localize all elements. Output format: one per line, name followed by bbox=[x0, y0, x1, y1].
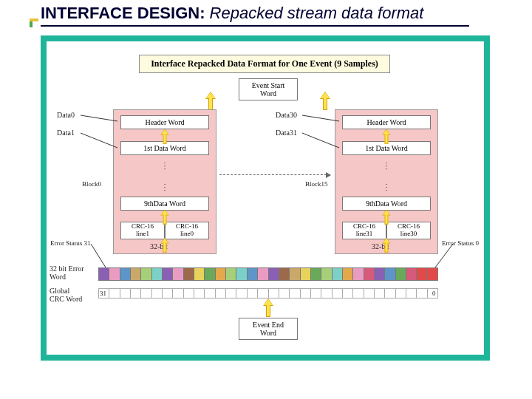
event-end-word-box: Event EndWord bbox=[239, 318, 298, 340]
diagram-subtitle: Interface Repacked Data Format for One E… bbox=[139, 55, 390, 73]
header-word-box: Header Word bbox=[342, 115, 431, 129]
block15-label: Block15 bbox=[305, 180, 328, 188]
title-italic: Repacked stream data format bbox=[210, 4, 424, 22]
title-underline bbox=[41, 25, 469, 27]
arrow-icon bbox=[160, 238, 168, 253]
vertical-ellipsis-icon: ··· bbox=[160, 183, 169, 192]
diagram-frame: Interface Repacked Data Format for One E… bbox=[41, 35, 490, 361]
data31-label: Data31 bbox=[276, 129, 297, 137]
title-bold: INTERFACE DESIGN: bbox=[41, 4, 205, 22]
crc-line30-box: CRC-16line30 bbox=[386, 222, 431, 239]
slide-accent bbox=[30, 18, 38, 27]
data0-label: Data0 bbox=[57, 111, 75, 119]
block0-label: Block0 bbox=[82, 180, 101, 188]
error-status-bar bbox=[98, 267, 438, 281]
dashed-arrow-icon bbox=[219, 174, 330, 175]
slide-title: INTERFACE DESIGN: Repacked stream data f… bbox=[41, 4, 423, 23]
ninth-data-word-box: 9thData Word bbox=[342, 197, 431, 211]
arrow-icon bbox=[160, 129, 168, 145]
svg-line-1 bbox=[81, 133, 117, 148]
arrow-icon bbox=[263, 299, 273, 318]
global-crc-bar bbox=[98, 288, 438, 299]
error-status-31-label: Error Status 31 bbox=[50, 239, 91, 247]
data1-label: Data1 bbox=[57, 129, 75, 137]
vertical-ellipsis-icon: ··· bbox=[382, 162, 391, 171]
arrow-icon bbox=[160, 210, 168, 225]
svg-line-0 bbox=[81, 115, 117, 121]
svg-line-3 bbox=[302, 133, 339, 148]
header-word-box: Header Word bbox=[120, 115, 209, 129]
bit-0-label: 0 bbox=[432, 290, 436, 297]
crc-line0-box: CRC-16line0 bbox=[165, 222, 209, 239]
error-status-0-label: Error Status 0 bbox=[442, 239, 479, 247]
crc-line1-box: CRC-16line1 bbox=[120, 222, 165, 239]
arrow-icon bbox=[382, 129, 390, 145]
event-start-word-box: Event StartWord bbox=[239, 78, 298, 100]
vertical-ellipsis-icon: ··· bbox=[382, 183, 391, 192]
arrow-icon bbox=[382, 238, 390, 253]
data30-label: Data30 bbox=[276, 111, 297, 119]
global-crc-row-label: GlobalCRC Word bbox=[50, 287, 82, 303]
ninth-data-word-box: 9thData Word bbox=[120, 197, 209, 211]
arrow-icon bbox=[320, 92, 330, 111]
arrow-icon bbox=[205, 92, 216, 111]
error-word-row-label: 32 bit ErrorWord bbox=[50, 265, 84, 281]
crc-line31-box: CRC-16line31 bbox=[342, 222, 386, 239]
vertical-ellipsis-icon: ··· bbox=[160, 162, 169, 171]
arrow-icon bbox=[382, 210, 390, 225]
bit-31-label: 31 bbox=[100, 290, 106, 297]
svg-line-2 bbox=[302, 115, 339, 121]
